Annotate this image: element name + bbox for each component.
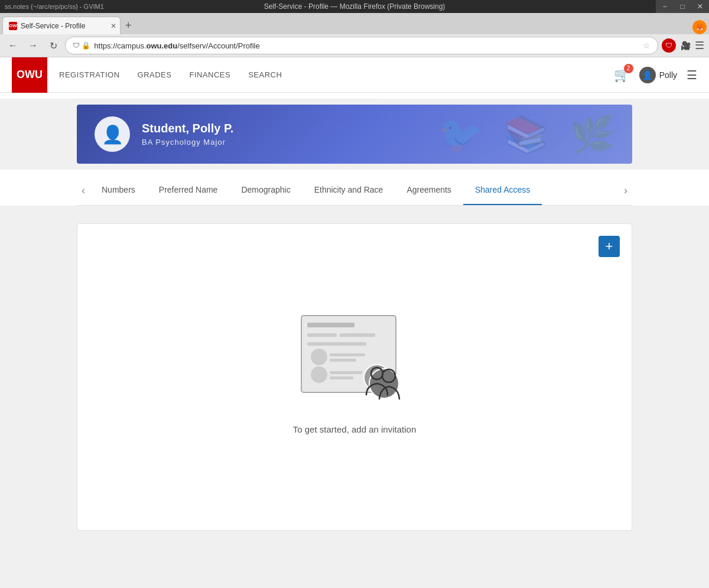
browser-extensions: 🛡 🎥 ☰ xyxy=(662,38,704,53)
empty-state-text: To get started, add an invitation xyxy=(293,424,416,434)
banner-decoration: 🐦 📚 🌿 xyxy=(354,105,632,164)
nav-registration[interactable]: REGISTRATION xyxy=(59,70,120,79)
forward-button[interactable]: → xyxy=(25,37,41,54)
user-icon: 👤 xyxy=(642,70,652,80)
svg-point-8 xyxy=(311,366,327,383)
nav-right: 🛒 2 👤 Polly ☰ xyxy=(614,67,697,83)
nav-search[interactable]: SEARCH xyxy=(248,70,282,79)
browser-tab-active[interactable]: OW Self-Service - Profile ✕ xyxy=(2,17,121,34)
cart-button[interactable]: 🛒 2 xyxy=(614,67,630,83)
firefox-icon: 🦊 xyxy=(692,20,707,34)
os-titlebar: ss.notes {~/arc/erp/pc/ss} - GVIM1 Self-… xyxy=(0,0,709,13)
logo-area: OWU xyxy=(12,57,47,93)
address-bar[interactable]: 🛡 🔒 https://campus.owu.edu/selfserv/Acco… xyxy=(65,37,658,54)
tab-ethnicity-race[interactable]: Ethnicity and Race xyxy=(303,176,395,205)
minimize-button[interactable]: − xyxy=(656,0,674,13)
cart-badge: 2 xyxy=(624,64,633,73)
address-bar-row: ← → ↻ 🛡 🔒 https://campus.owu.edu/selfser… xyxy=(0,34,709,57)
banner-student-name: Student, Polly P. xyxy=(142,122,233,135)
tabs-scroll-left-button[interactable]: ‹ xyxy=(77,184,90,197)
security-icon: 🛡 🔒 xyxy=(73,41,90,50)
maximize-button[interactable]: □ xyxy=(674,0,691,13)
svg-rect-4 xyxy=(307,342,366,346)
avatar-icon: 👤 xyxy=(102,124,123,145)
browser-chrome: OW Self-Service - Profile ✕ + 🦊 ← → ↻ 🛡 … xyxy=(0,13,709,57)
nav-links: REGISTRATION GRADES FINANCES SEARCH xyxy=(59,70,614,79)
svg-rect-6 xyxy=(330,353,365,356)
tabs-list: Numbers Preferred Name Demographic Ethni… xyxy=(90,176,619,205)
firefox-menu-button[interactable]: ☰ xyxy=(695,39,704,52)
svg-rect-2 xyxy=(307,333,337,337)
shared-access-empty-illustration xyxy=(290,310,419,410)
banner-avatar: 👤 xyxy=(95,116,130,152)
svg-rect-3 xyxy=(340,333,375,337)
profile-banner: 👤 Student, Polly P. BA Psychology Major … xyxy=(77,105,632,164)
os-titlebar-left-text: ss.notes {~/arc/erp/pc/ss} - GVIM1 xyxy=(5,3,104,10)
empty-state: To get started, add an invitation xyxy=(89,236,620,508)
tab-agreements[interactable]: Agreements xyxy=(395,176,463,205)
svg-rect-1 xyxy=(307,323,354,327)
banner-student-major: BA Psychology Major xyxy=(142,138,233,147)
tab-preferred-name[interactable]: Preferred Name xyxy=(147,176,230,205)
shield-extension-icon[interactable]: 🛡 xyxy=(662,38,676,53)
top-navigation: OWU REGISTRATION GRADES FINANCES SEARCH … xyxy=(0,57,709,93)
close-button[interactable]: ✕ xyxy=(691,0,709,13)
new-tab-button[interactable]: + xyxy=(121,17,136,34)
tab-close-button[interactable]: ✕ xyxy=(110,22,116,30)
tab-favicon: OW xyxy=(9,22,17,30)
bookmark-icon[interactable]: ☆ xyxy=(643,41,651,50)
tab-demographic[interactable]: Demographic xyxy=(229,176,302,205)
svg-rect-9 xyxy=(330,371,362,374)
back-button[interactable]: ← xyxy=(5,37,21,54)
tab-bar: OW Self-Service - Profile ✕ + 🦊 xyxy=(0,13,709,34)
svg-point-5 xyxy=(311,349,327,365)
url-text: https://campus.owu.edu/selfserv/Account/… xyxy=(94,41,639,50)
os-titlebar-title: Self-Service - Profile — Mozilla Firefox… xyxy=(264,2,445,11)
add-icon: + xyxy=(606,239,613,254)
reload-button[interactable]: ↻ xyxy=(45,37,61,54)
svg-rect-7 xyxy=(330,359,356,362)
shared-access-content: + xyxy=(77,223,632,531)
tabs-scroll-right-button[interactable]: › xyxy=(619,184,632,197)
profile-tabs: ‹ Numbers Preferred Name Demographic Eth… xyxy=(77,176,632,206)
user-name-label: Polly xyxy=(659,70,677,80)
tab-numbers[interactable]: Numbers xyxy=(90,176,147,205)
banner-info: Student, Polly P. BA Psychology Major xyxy=(142,122,233,147)
nav-finances[interactable]: FINANCES xyxy=(189,70,230,79)
user-menu-button[interactable]: 👤 Polly xyxy=(639,67,677,83)
user-avatar-circle: 👤 xyxy=(639,67,656,83)
add-invitation-button[interactable]: + xyxy=(599,236,620,257)
nav-grades[interactable]: GRADES xyxy=(138,70,172,79)
browser-tab-title: Self-Service - Profile xyxy=(21,22,85,30)
tab-shared-access[interactable]: Shared Access xyxy=(463,176,542,205)
app-container: OWU REGISTRATION GRADES FINANCES SEARCH … xyxy=(0,57,709,566)
hamburger-menu-button[interactable]: ☰ xyxy=(687,68,697,82)
os-window-controls: − □ ✕ xyxy=(656,0,709,13)
logo-text: OWU xyxy=(17,69,43,81)
camera-extension-icon[interactable]: 🎥 xyxy=(678,38,692,53)
svg-rect-10 xyxy=(330,376,353,379)
